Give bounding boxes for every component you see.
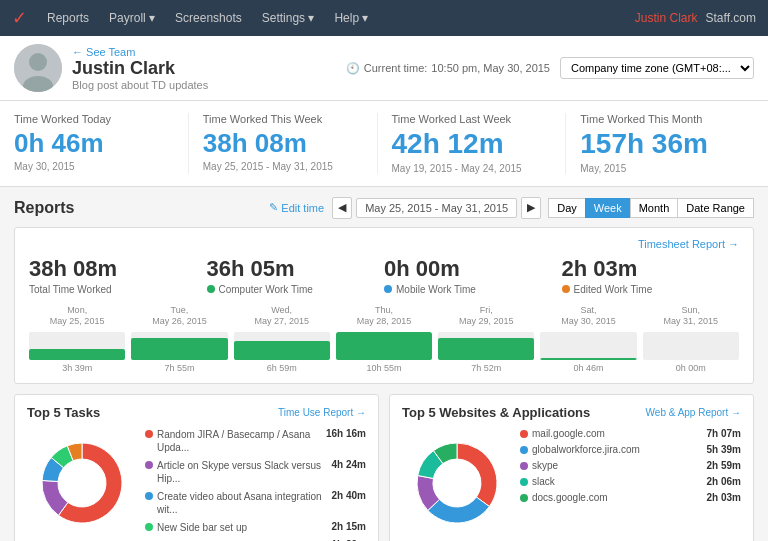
see-team-link[interactable]: ← See Team [72, 46, 208, 58]
bar-label: Fri,May 29, 2015 [438, 305, 534, 328]
nav-reports[interactable]: Reports [39, 0, 97, 36]
time-use-report-link[interactable]: Time Use Report → [278, 407, 366, 418]
tasks-title: Top 5 Tasks [27, 405, 100, 420]
view-btn-month[interactable]: Month [630, 198, 679, 218]
view-buttons: DayWeekMonthDate Range [549, 198, 754, 218]
stat-date: May 30, 2015 [14, 161, 174, 172]
ts-stat-label: Computer Work Time [207, 284, 385, 295]
tasks-content: Random JIRA / Basecamp / Asana Upda... 1… [27, 428, 366, 541]
ts-header: Timesheet Report → [29, 238, 739, 250]
task-dot-icon [145, 461, 153, 469]
bar-wrap [131, 332, 227, 360]
reports-title: Reports [14, 199, 74, 217]
nav-screenshots[interactable]: Screenshots [167, 0, 250, 36]
ts-stat-item: 38h 08m Total Time Worked [29, 256, 207, 295]
site-time: 2h 06m [707, 476, 741, 487]
view-btn-date-range[interactable]: Date Range [677, 198, 754, 218]
bar-time: 3h 39m [29, 363, 125, 373]
header: ← See Team Justin Clark Blog post about … [0, 36, 768, 101]
nav-help[interactable]: Help ▾ [326, 0, 376, 36]
site-dot-icon [520, 430, 528, 438]
next-arrow[interactable]: ▶ [521, 197, 541, 219]
task-time: 2h 40m [332, 490, 366, 501]
bar-wrap [438, 332, 534, 360]
view-btn-day[interactable]: Day [548, 198, 586, 218]
site-time: 2h 03m [707, 492, 741, 503]
timesheet-report-link[interactable]: Timesheet Report → [638, 238, 739, 250]
bar-label: Sat,May 30, 2015 [540, 305, 636, 328]
orange-dot-icon [562, 285, 570, 293]
bar-time: 10h 55m [336, 363, 432, 373]
ts-stat-value: 0h 00m [384, 256, 562, 282]
top-tasks-panel: Top 5 Tasks Time Use Report → Random JIR… [14, 394, 379, 541]
bar-column: Tue,May 26, 2015 7h 55m [131, 305, 227, 373]
nav-username[interactable]: Justin Clark [635, 11, 698, 25]
nav-left: ✓ Reports Payroll ▾ Screenshots Settings… [12, 0, 376, 36]
task-time: 4h 24m [332, 459, 366, 470]
navbar: ✓ Reports Payroll ▾ Screenshots Settings… [0, 0, 768, 36]
timezone-select[interactable]: Company time zone (GMT+08:... [560, 57, 754, 79]
nav-settings[interactable]: Settings ▾ [254, 0, 323, 36]
bar-wrap [336, 332, 432, 360]
timesheet-box: Timesheet Report → 38h 08m Total Time Wo… [14, 227, 754, 384]
reports-header: Reports ✎ Edit time ◀ May 25, 2015 - May… [14, 197, 754, 219]
bar-fill [234, 341, 330, 361]
clock-icon: 🕙 [346, 62, 360, 75]
sites-title: Top 5 Websites & Applications [402, 405, 590, 420]
header-info: ← See Team Justin Clark Blog post about … [72, 46, 208, 91]
bar-label: Thu,May 28, 2015 [336, 305, 432, 328]
web-app-report-link[interactable]: Web & App Report → [646, 407, 741, 418]
task-item: Article on Skype versus Slack versus Hip… [145, 459, 366, 485]
current-time: 🕙 Current time: 10:50 pm, May 30, 2015 [346, 62, 550, 75]
bottom-panels: Top 5 Tasks Time Use Report → Random JIR… [14, 394, 754, 541]
site-time: 7h 07m [707, 428, 741, 439]
bar-label: Sun,May 31, 2015 [643, 305, 739, 328]
current-time-label: Current time: [364, 62, 428, 74]
view-btn-week[interactable]: Week [585, 198, 631, 218]
task-name: Random JIRA / Basecamp / Asana Upda... [157, 428, 322, 454]
bar-fill [643, 360, 739, 361]
top-sites-panel: Top 5 Websites & Applications Web & App … [389, 394, 754, 541]
edit-time-link[interactable]: ✎ Edit time [269, 201, 324, 214]
site-name: slack [532, 476, 703, 487]
site-item: docs.google.com 2h 03m [520, 492, 741, 503]
ts-stat-item: 2h 03m Edited Work Time [562, 256, 740, 295]
ts-stats: 38h 08m Total Time Worked 36h 05m Comput… [29, 256, 739, 295]
nav-payroll[interactable]: Payroll ▾ [101, 0, 163, 36]
ts-stat-value: 38h 08m [29, 256, 207, 282]
bar-column: Fri,May 29, 2015 7h 52m [438, 305, 534, 373]
bar-time: 0h 46m [540, 363, 636, 373]
ts-stat-item: 36h 05m Computer Work Time [207, 256, 385, 295]
site-item: slack 2h 06m [520, 476, 741, 487]
bar-chart: Mon,May 25, 2015 3h 39m Tue,May 26, 2015… [29, 305, 739, 373]
site-item: globalworkforce.jira.com 5h 39m [520, 444, 741, 455]
task-dot-icon [145, 492, 153, 500]
bar-label: Wed,May 27, 2015 [234, 305, 330, 328]
stat-date: May 25, 2015 - May 31, 2015 [203, 161, 363, 172]
tasks-list: Random JIRA / Basecamp / Asana Upda... 1… [145, 428, 366, 541]
task-item: New Side bar set up 2h 15m [145, 521, 366, 534]
header-right: 🕙 Current time: 10:50 pm, May 30, 2015 C… [346, 57, 754, 79]
site-dot-icon [520, 462, 528, 470]
user-name: Justin Clark [72, 58, 208, 79]
ts-stat-label: Mobile Work Time [384, 284, 562, 295]
sites-donut [402, 428, 512, 538]
stat-value: 42h 12m [392, 129, 552, 160]
bar-time: 7h 52m [438, 363, 534, 373]
stats-row: Time Worked Today 0h 46m May 30, 2015 Ti… [0, 101, 768, 187]
bar-label: Mon,May 25, 2015 [29, 305, 125, 328]
sites-panel-header: Top 5 Websites & Applications Web & App … [402, 405, 741, 420]
bar-column: Wed,May 27, 2015 6h 59m [234, 305, 330, 373]
tasks-panel-header: Top 5 Tasks Time Use Report → [27, 405, 366, 420]
ts-stat-value: 2h 03m [562, 256, 740, 282]
prev-arrow[interactable]: ◀ [332, 197, 352, 219]
bar-column: Sun,May 31, 2015 0h 00m [643, 305, 739, 373]
reports-section: Reports ✎ Edit time ◀ May 25, 2015 - May… [0, 187, 768, 541]
header-left: ← See Team Justin Clark Blog post about … [14, 44, 208, 92]
current-time-value: 10:50 pm, May 30, 2015 [431, 62, 550, 74]
ts-stat-label: Total Time Worked [29, 284, 207, 295]
green-dot-icon [207, 285, 215, 293]
bar-wrap [643, 332, 739, 360]
stat-label: Time Worked Today [14, 113, 174, 125]
avatar [14, 44, 62, 92]
